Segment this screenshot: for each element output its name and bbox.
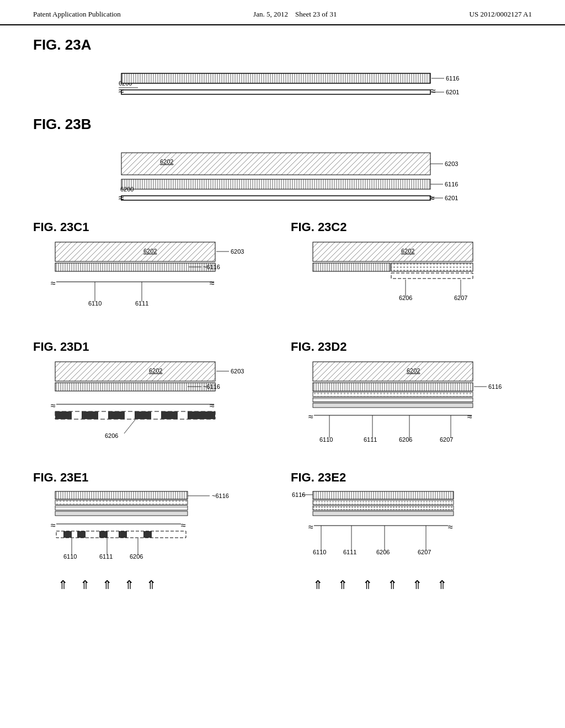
- svg-text:6206: 6206: [376, 549, 390, 555]
- svg-rect-18: [121, 196, 430, 200]
- svg-rect-136: [313, 500, 454, 505]
- svg-text:≈: ≈: [308, 522, 313, 532]
- svg-text:6203: 6203: [231, 368, 244, 374]
- svg-text:6110: 6110: [63, 553, 77, 560]
- fig-23c2-diagram: 6202 6206 6207: [291, 237, 511, 328]
- svg-text:6111: 6111: [364, 436, 377, 443]
- svg-text:≈: ≈: [210, 401, 215, 410]
- svg-text:⇑: ⇑: [80, 578, 90, 592]
- fig-23a-label: FIG. 23A: [33, 36, 532, 53]
- fig-23e1-col: FIG. 23E1 ~6116: [33, 470, 274, 616]
- svg-rect-62: [55, 383, 215, 391]
- svg-text:6202: 6202: [407, 367, 420, 374]
- svg-rect-116: [143, 531, 152, 538]
- svg-rect-69: [55, 411, 72, 419]
- svg-rect-71: [108, 411, 125, 419]
- svg-rect-114: [99, 531, 108, 538]
- svg-rect-73: [161, 411, 178, 419]
- fig-23c-row: FIG. 23C1 6202 6203: [33, 220, 532, 330]
- svg-text:≈: ≈: [430, 85, 436, 97]
- svg-rect-58: [55, 362, 215, 381]
- svg-rect-70: [82, 411, 98, 419]
- svg-text:⇑: ⇑: [124, 578, 134, 592]
- header-right: US 2012/0002127 A1: [470, 10, 532, 19]
- header-center: Jan. 5, 2012 Sheet 23 of 31: [253, 10, 337, 19]
- fig-23e2-col: FIG. 23E2: [291, 470, 532, 616]
- svg-text:6203: 6203: [231, 248, 244, 255]
- svg-text:⇑: ⇑: [102, 578, 112, 592]
- svg-rect-34: [55, 263, 215, 271]
- fig-23c1-label: FIG. 23C1: [33, 220, 274, 234]
- svg-text:⇑: ⇑: [313, 578, 323, 592]
- svg-rect-105: [55, 491, 188, 499]
- fig-23b-row: FIG. 23B ≈ 6200 ≈ 6201: [33, 116, 532, 210]
- fig-23c2-label: FIG. 23C2: [291, 220, 532, 234]
- svg-text:⇑: ⇑: [338, 578, 348, 592]
- svg-text:6207: 6207: [418, 549, 431, 555]
- svg-rect-4: [121, 90, 430, 94]
- svg-text:≈: ≈: [308, 412, 313, 421]
- svg-rect-113: [77, 531, 86, 538]
- svg-rect-30: [55, 242, 215, 261]
- svg-rect-47: [313, 242, 473, 261]
- svg-text:6202: 6202: [149, 367, 162, 374]
- svg-text:6202: 6202: [160, 158, 173, 165]
- svg-text:~6116: ~6116: [203, 383, 220, 390]
- svg-rect-50: [391, 263, 473, 271]
- svg-text:6206: 6206: [130, 553, 143, 560]
- svg-text:6201: 6201: [445, 195, 458, 201]
- fig-23d1-diagram: 6202 6203 ~6116 ≈ ≈: [33, 356, 254, 458]
- main-content: FIG. 23A ≈ 6200 ≈ 6201 6116: [0, 25, 565, 637]
- svg-rect-106: [55, 500, 188, 505]
- fig-23b-diagram: ≈ 6200 ≈ 6201 6116 6202 6203: [33, 136, 497, 208]
- svg-text:6202: 6202: [143, 248, 157, 254]
- fig-23d-row: FIG. 23D1 6202 6203: [33, 340, 532, 461]
- fig-23d2-label: FIG. 23D2: [291, 340, 532, 354]
- fig-23d2-diagram: 6202 6116 ≈ ≈ 6110 6111 6206: [291, 356, 511, 458]
- fig-23c2-col: FIG. 23C2 6202: [291, 220, 532, 330]
- svg-text:≈: ≈: [51, 401, 56, 410]
- svg-rect-74: [188, 411, 215, 419]
- svg-text:6111: 6111: [343, 549, 356, 555]
- svg-text:⇑: ⇑: [363, 578, 372, 592]
- svg-rect-9: [121, 73, 430, 83]
- svg-rect-138: [313, 511, 454, 516]
- svg-text:⇑: ⇑: [387, 578, 397, 592]
- svg-text:≈: ≈: [210, 279, 215, 288]
- svg-text:6116: 6116: [292, 491, 305, 498]
- fig-23d1-col: FIG. 23D1 6202 6203: [33, 340, 274, 461]
- svg-rect-21: [121, 179, 430, 189]
- svg-rect-83: [313, 383, 473, 391]
- fig-23a-row: FIG. 23A ≈ 6200 ≈ 6201 6116: [33, 36, 532, 106]
- svg-text:6201: 6201: [446, 89, 459, 95]
- fig-23e2-label: FIG. 23E2: [291, 470, 532, 485]
- fig-23c1-col: FIG. 23C1 6202 6203: [33, 220, 274, 330]
- svg-text:⇑: ⇑: [58, 578, 68, 592]
- svg-text:≈: ≈: [467, 412, 472, 421]
- svg-rect-107: [55, 506, 188, 510]
- svg-text:6116: 6116: [446, 75, 459, 82]
- svg-text:6203: 6203: [445, 160, 458, 167]
- svg-rect-49: [313, 263, 390, 271]
- svg-text:≈: ≈: [181, 521, 186, 530]
- svg-text:≈: ≈: [51, 521, 56, 530]
- svg-text:⇑: ⇑: [146, 578, 156, 592]
- svg-rect-86: [313, 392, 473, 397]
- svg-rect-112: [63, 531, 72, 538]
- svg-text:6116: 6116: [445, 181, 458, 188]
- svg-rect-72: [135, 411, 151, 419]
- svg-text:~6116: ~6116: [203, 264, 220, 270]
- svg-rect-87: [313, 398, 473, 402]
- svg-text:6110: 6110: [319, 436, 333, 443]
- page-header: Patent Application Publication Jan. 5, 2…: [0, 0, 565, 25]
- svg-rect-137: [313, 506, 454, 510]
- fig-23e1-diagram: ~6116 ≈ ≈ 6110: [33, 487, 254, 614]
- svg-line-76: [124, 420, 135, 433]
- svg-rect-135: [313, 491, 454, 499]
- fig-23e1-label: FIG. 23E1: [33, 470, 274, 485]
- svg-rect-108: [55, 511, 188, 516]
- svg-text:~6116: ~6116: [212, 493, 229, 499]
- svg-text:6110: 6110: [313, 549, 326, 555]
- svg-text:≈: ≈: [448, 522, 453, 532]
- svg-text:6206: 6206: [105, 432, 118, 439]
